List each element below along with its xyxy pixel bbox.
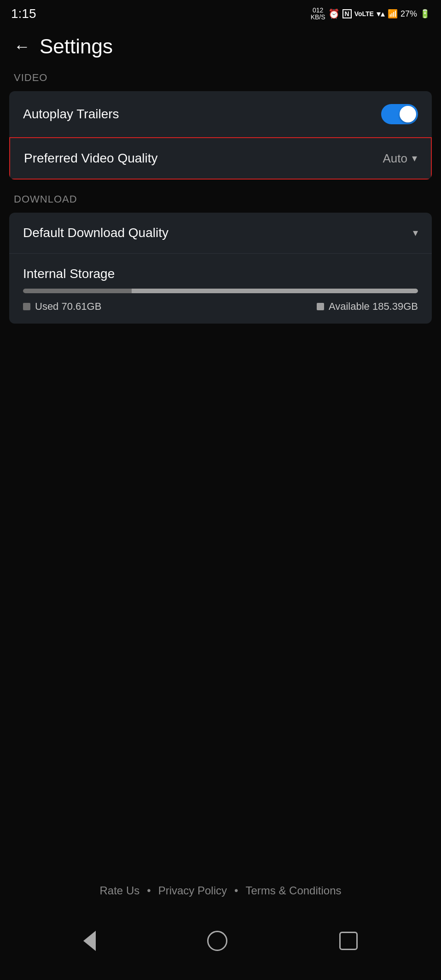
internal-storage-label: Internal Storage bbox=[23, 267, 115, 281]
default-download-quality-row[interactable]: Default Download Quality ▾ bbox=[9, 213, 432, 253]
nav-home-button[interactable] bbox=[207, 931, 227, 951]
toggle-track bbox=[381, 104, 418, 124]
volte-icon: VoLTE bbox=[354, 10, 374, 17]
signal-icon: 📶 bbox=[388, 9, 398, 19]
video-section: VIDEO Autoplay Trailers Preferred Video … bbox=[0, 72, 441, 180]
status-time: 1:15 bbox=[11, 6, 36, 21]
storage-bar-section: Used 70.61GB Available 185.39GB bbox=[23, 281, 418, 324]
video-settings-card: Autoplay Trailers Preferred Video Qualit… bbox=[9, 91, 432, 180]
battery-indicator: 27% bbox=[400, 9, 417, 19]
default-download-quality-label: Default Download Quality bbox=[23, 226, 168, 240]
storage-legend: Used 70.61GB Available 185.39GB bbox=[23, 301, 418, 313]
battery-icon: 🔋 bbox=[420, 9, 430, 19]
download-quality-chevron-icon: ▾ bbox=[413, 227, 418, 239]
chevron-down-icon: ▾ bbox=[412, 152, 417, 164]
alarm-icon: ⏰ bbox=[328, 8, 340, 19]
preferred-video-quality-value: Auto ▾ bbox=[383, 151, 418, 166]
status-bar: 1:15 012KB/S ⏰ N VoLTE ▾▴ 📶 27% 🔋 bbox=[0, 0, 441, 26]
autoplay-trailers-row[interactable]: Autoplay Trailers bbox=[9, 91, 432, 137]
back-button[interactable]: ← bbox=[14, 37, 30, 56]
network-speed: 012KB/S bbox=[311, 7, 325, 21]
page-title: Settings bbox=[40, 35, 113, 58]
preferred-video-quality-label: Preferred Video Quality bbox=[24, 151, 158, 166]
internal-storage-row: Internal Storage Used 70.61GB Available … bbox=[9, 253, 432, 324]
video-section-label: VIDEO bbox=[0, 72, 441, 91]
storage-available-legend: Available 185.39GB bbox=[317, 301, 418, 313]
status-icons: 012KB/S ⏰ N VoLTE ▾▴ 📶 27% 🔋 bbox=[311, 7, 430, 21]
toggle-thumb bbox=[400, 106, 416, 122]
storage-used-legend: Used 70.61GB bbox=[23, 301, 101, 313]
available-dot-icon bbox=[317, 303, 324, 310]
header: ← Settings bbox=[0, 26, 441, 72]
footer-separator-1: • bbox=[147, 884, 151, 897]
download-section-label: DOWNLOAD bbox=[0, 193, 441, 213]
storage-used-label: Used 70.61GB bbox=[35, 301, 101, 313]
storage-bar-used bbox=[23, 289, 132, 293]
rate-us-link[interactable]: Rate Us bbox=[100, 884, 140, 897]
download-section: DOWNLOAD Default Download Quality ▾ Inte… bbox=[0, 193, 441, 324]
nav-back-button[interactable] bbox=[83, 931, 96, 951]
wifi-icon: ▾▴ bbox=[377, 9, 385, 19]
privacy-policy-link[interactable]: Privacy Policy bbox=[158, 884, 227, 897]
autoplay-trailers-toggle[interactable] bbox=[381, 104, 418, 124]
storage-available-label: Available 185.39GB bbox=[329, 301, 418, 313]
footer-links: Rate Us • Privacy Policy • Terms & Condi… bbox=[0, 884, 441, 897]
used-dot-icon bbox=[23, 303, 30, 310]
nav-recents-button[interactable] bbox=[339, 932, 358, 950]
storage-bar-available bbox=[132, 289, 418, 293]
terms-conditions-link[interactable]: Terms & Conditions bbox=[245, 884, 341, 897]
autoplay-trailers-label: Autoplay Trailers bbox=[23, 107, 119, 122]
nav-bar bbox=[0, 911, 441, 980]
footer-separator-2: • bbox=[234, 884, 238, 897]
storage-bar bbox=[23, 289, 418, 293]
download-settings-card: Default Download Quality ▾ Internal Stor… bbox=[9, 213, 432, 324]
nfc-icon: N bbox=[342, 9, 352, 18]
preferred-video-quality-row[interactable]: Preferred Video Quality Auto ▾ bbox=[9, 137, 432, 180]
preferred-video-quality-current: Auto bbox=[383, 151, 408, 166]
